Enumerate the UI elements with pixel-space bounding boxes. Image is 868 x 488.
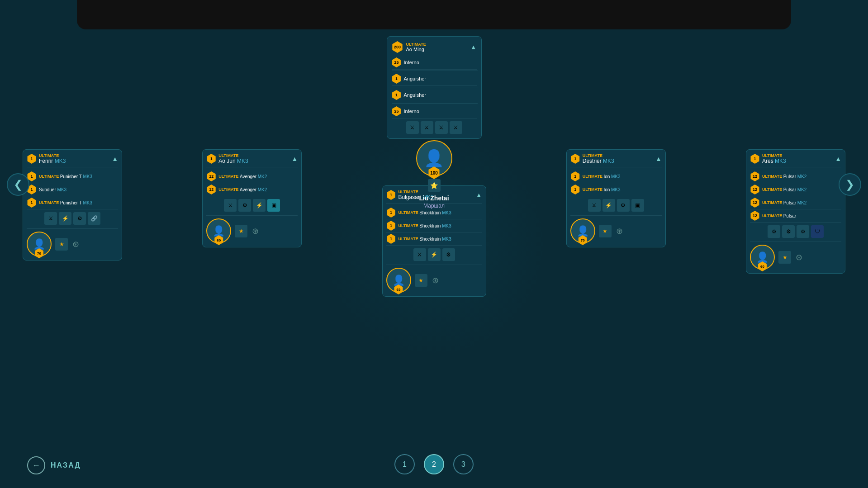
badge-ar4: 12	[750, 211, 760, 221]
item-inferno-1: Inferno	[404, 60, 419, 65]
page-btn-2[interactable]: 2	[424, 454, 444, 474]
panel-row-anguisher1: 1 Anguisher	[392, 72, 477, 86]
panel-header: 200 ULTIMATE Ao Ming ▲	[392, 41, 477, 53]
card-ares-chevron[interactable]: ▲	[835, 155, 841, 162]
aji4: ▣	[267, 199, 280, 212]
badge-25-1: 25	[392, 57, 402, 67]
card-fenrir: 1 ULTIMATE Fenrir MK3 ▲ 1 ULTIMATE Punis…	[23, 149, 122, 261]
di1: ⚔	[588, 199, 601, 212]
panel-icons-row: ⚔ ⚔ ⚔ ⚔	[392, 121, 477, 134]
card-ares-badge: 1	[750, 154, 760, 164]
bi2: ⚡	[428, 248, 441, 261]
card-aojun-icons: ⚔ ⚙ ⚡ ▣	[206, 199, 298, 212]
center-player-title: Маршал	[423, 203, 445, 209]
card-aojun-chevron[interactable]: ▲	[291, 155, 298, 162]
card-fenrir-item2: 1 Subduer MK3	[27, 183, 118, 196]
badge-ar1: 12	[750, 171, 760, 181]
weapon-icon-2: ⚔	[421, 121, 433, 134]
card-bulgasari-item2: 1 ULTIMATE Shocktrain MK3	[386, 219, 482, 232]
card-ares-title: 1 ULTIMATE Ares MK3	[750, 153, 786, 164]
card-ares-ultimate: ULTIMATE	[762, 153, 786, 158]
badge-b3: 1	[386, 234, 396, 244]
aji3: ⚡	[253, 199, 266, 212]
badge-1-a1: 1	[392, 74, 402, 84]
card-ares-item1: 12 ULTIMATE Pulsar MK2	[750, 170, 841, 183]
card-destrier-badge: 1	[570, 154, 580, 164]
badge-aj1: 12	[206, 171, 216, 181]
bottom-nav: 1 2 3	[0, 454, 868, 474]
badge-1-a2: 1	[392, 90, 402, 100]
card-destrier-ultimate: ULTIMATE	[583, 153, 614, 158]
fenrir-drone-icon: ⊛	[72, 239, 79, 249]
aojun-rank-icon: ★	[235, 225, 247, 237]
card-bulgasari-badge: 1	[386, 190, 396, 200]
item-inferno-2: Inferno	[404, 109, 419, 114]
aji2: ⚙	[238, 199, 251, 212]
ares-rank-icon: ★	[778, 251, 791, 264]
card-bulgasari-icons: ⚔ ⚡ ⚙	[386, 248, 482, 261]
fi4: 🔗	[88, 212, 100, 225]
card-fenrir-name: Fenrir MK3	[39, 158, 66, 164]
card-fenrir-header: 1 ULTIMATE Fenrir MK3 ▲	[27, 153, 118, 167]
item-anguisher-1: Anguisher	[404, 76, 427, 81]
card-bulgasari-item3: 1 ULTIMATE Shocktrain MK3	[386, 232, 482, 246]
badge-d2: 1	[570, 185, 580, 194]
destrier-drone-icon: ⊛	[616, 226, 623, 236]
di2: ⚡	[602, 199, 615, 212]
card-aojun-badge: 1	[206, 154, 216, 164]
bulgasari-drone-icon: ⊛	[432, 275, 439, 285]
card-aojun: 1 ULTIMATE Ao Jun MK3 ▲ 12 ULTIMATE Aven…	[202, 149, 302, 247]
nav-right-arrow[interactable]: ❯	[839, 173, 861, 196]
card-fenrir-icons: ⚔ ⚡ ⚙ 🔗	[27, 212, 118, 225]
bi1: ⚔	[413, 248, 426, 261]
card-bulgasari-chevron[interactable]: ▲	[476, 191, 482, 199]
card-fenrir-item1: 1 ULTIMATE Punisher T MK3	[27, 170, 118, 183]
destrier-avatar-wrap: 👤 70	[570, 218, 595, 243]
bulgasari-rank-icon: ★	[415, 274, 427, 287]
card-destrier-icons: ⚔ ⚡ ⚙ ▣	[570, 199, 662, 212]
fi1: ⚔	[44, 212, 57, 225]
card-fenrir-footer: 👤 70 ★ ⊛	[27, 228, 118, 256]
aojun-avatar-wrap: 👤 60	[206, 218, 231, 243]
fenrir-avatar-wrap: 👤 70	[27, 232, 52, 256]
card-aojun-ultimate: ULTIMATE	[218, 153, 248, 158]
destrier-rank-icon: ★	[599, 225, 612, 237]
center-player: 👤 100 ⭐ Liu Zhetai Маршал	[416, 140, 452, 209]
ares-avatar-wrap: 👤 60	[750, 245, 775, 270]
card-destrier-item2: 1 ULTIMATE Ion MK3	[570, 183, 662, 196]
weapon-icon-3: ⚔	[435, 121, 448, 134]
card-destrier-name: Destrier MK3	[583, 158, 614, 164]
card-destrier-title: 1 ULTIMATE Destrier MK3	[570, 153, 614, 164]
badge-d1: 1	[570, 171, 580, 181]
page-btn-3[interactable]: 3	[453, 454, 474, 474]
nav-left-arrow[interactable]: ❮	[7, 173, 29, 196]
aji1: ⚔	[224, 199, 237, 212]
card-aojun-item2: 12 ULTIMATE Avenger MK2	[206, 183, 298, 196]
badge-f3: 1	[27, 198, 37, 208]
bulgasari-avatar-wrap: 👤 65	[386, 268, 411, 293]
badge-ar2: 12	[750, 185, 760, 194]
card-destrier: 1 ULTIMATE Destrier MK3 ▲ 1 ULTIMATE Ion…	[566, 149, 666, 247]
card-fenrir-chevron[interactable]: ▲	[112, 155, 118, 162]
ultimate-label-1: ULTIMATE	[406, 42, 426, 47]
panel-row-inferno2: 25 Inferno	[392, 104, 477, 118]
top-bar	[77, 0, 791, 29]
card-ares-header: 1 ULTIMATE Ares MK3 ▲	[750, 153, 841, 167]
card-aojun-item1: 12 ULTIMATE Avenger MK2	[206, 170, 298, 183]
bi3: ⚙	[442, 248, 455, 261]
card-destrier-item1: 1 ULTIMATE Ion MK3	[570, 170, 662, 183]
card-ares-icons: ⚙ ⚙ ⚙ 🛡	[750, 225, 841, 238]
ari2: ⚙	[782, 225, 795, 238]
page-btn-1[interactable]: 1	[394, 454, 415, 474]
panel-row-inferno1: 25 Inferno	[392, 56, 477, 70]
item-anguisher-2: Anguisher	[404, 92, 427, 98]
di4: ▣	[631, 199, 644, 212]
weapon-icon-4: ⚔	[450, 121, 462, 134]
panel-row-anguisher2: 1 Anguisher	[392, 88, 477, 102]
card-destrier-chevron[interactable]: ▲	[655, 155, 662, 162]
item-ao-ming: Ao Ming	[406, 47, 426, 52]
di3: ⚙	[617, 199, 630, 212]
chevron-up-1[interactable]: ▲	[470, 43, 477, 51]
ari1: ⚙	[768, 225, 780, 238]
card-bulgasari-footer: 👤 65 ★ ⊛	[386, 265, 482, 293]
